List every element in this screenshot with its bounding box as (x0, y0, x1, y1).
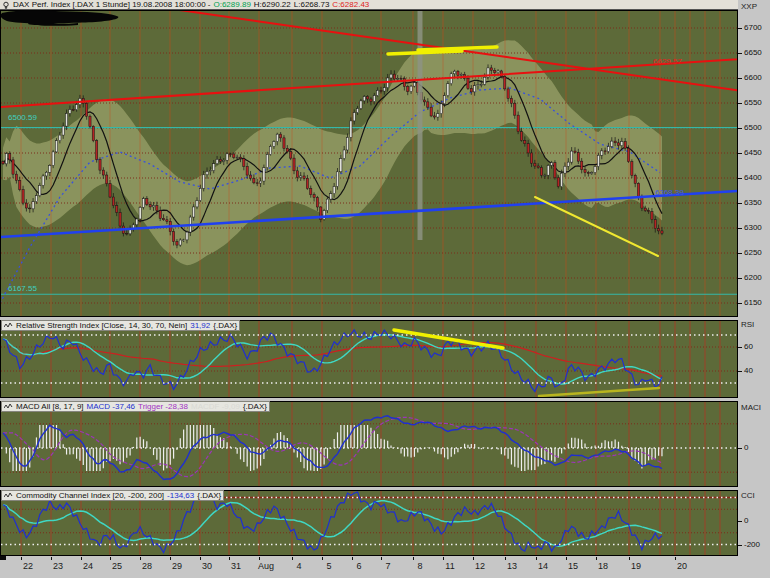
macd-axis-title: MACI (741, 403, 761, 412)
charting-application-window: DAX Perf. Index [.DAX 1 Stunde] 19.08.20… (0, 0, 770, 578)
rsi-tickmark (738, 371, 742, 372)
rsi-header[interactable]: Relative Strength Index [Close, 14, 30, … (1, 320, 240, 331)
window-titlebar: DAX Perf. Index [.DAX 1 Stunde] 19.08.20… (0, 0, 738, 10)
price-tick-label: 6650 (744, 49, 762, 57)
macd-symbol: {.DAX} (243, 402, 267, 411)
time-tickmark (505, 557, 506, 560)
price-axis[interactable]: XXP RSI MACI CCI 67006650660065506500645… (738, 0, 770, 578)
time-tickmark (322, 557, 323, 560)
time-tickmark (443, 557, 444, 560)
indicator-icon (4, 492, 13, 499)
price-tickmark (738, 278, 742, 279)
rsi-tick-label: 40 (744, 367, 753, 375)
time-axis[interactable]: 2223242528293031Aug456781112131415181920 (0, 556, 738, 578)
macd-header[interactable]: MACD All [8, 17, 9] MACD -37,46 Trigger … (1, 401, 270, 412)
cci-header-label: Commodity Channel Index [20, -200, 200] (16, 491, 164, 500)
rsi-tickmark (738, 347, 742, 348)
time-tickmark (413, 557, 414, 560)
time-tick-label: 12 (475, 562, 485, 571)
time-tick-label: Aug (258, 562, 274, 571)
time-tickmark (81, 557, 82, 560)
trendline-red-price-label: 6629.57 (653, 57, 682, 66)
price-tickmark (738, 203, 742, 204)
price-tickmark (738, 28, 742, 29)
price-tickmark (738, 228, 742, 229)
time-tick-label: 19 (631, 562, 641, 571)
macd-value: MACD -37,46 (87, 402, 135, 411)
time-tickmark (259, 557, 260, 560)
price-tickmark (738, 178, 742, 179)
panel-corner (0, 556, 6, 560)
price-tickmark (738, 153, 742, 154)
indicator-icon (4, 403, 13, 410)
price-tickmark (738, 303, 742, 304)
time-tickmark (229, 557, 230, 560)
rsi-tick-label: 60 (744, 343, 753, 351)
macd-trigger-value: Trigger -28,38 (138, 402, 188, 411)
macd-tickmark (738, 448, 742, 449)
price-tick-label: 6450 (744, 149, 762, 157)
price-tickmark (738, 253, 742, 254)
rsi-indicator-plot[interactable] (0, 320, 738, 398)
close-value: C:6282.43 (332, 0, 369, 9)
time-tick-label: 20 (677, 562, 687, 571)
indicator-icon (4, 322, 13, 329)
price-axis-title: XXP (741, 2, 757, 11)
cci-tickmark (738, 521, 742, 522)
time-tick-label: 24 (83, 562, 93, 571)
time-tickmark (596, 557, 597, 560)
time-tick-label: 11 (445, 562, 454, 571)
time-tickmark (170, 557, 171, 560)
price-tick-label: 6200 (744, 274, 762, 282)
price-tick-label: 6250 (744, 249, 762, 257)
time-tickmark (566, 557, 567, 560)
time-tickmark (110, 557, 111, 560)
time-tickmark (352, 557, 353, 560)
macd-tick-label: 0 (744, 444, 748, 452)
time-tickmark (21, 557, 22, 560)
time-tick-label: 14 (538, 562, 548, 571)
time-tick-label: 8 (417, 562, 422, 571)
price-tickmark (738, 128, 742, 129)
cci-tick-label: 0 (744, 517, 748, 525)
rsi-axis-title: RSI (741, 320, 754, 329)
time-tick-label: 23 (53, 562, 63, 571)
macd-indicator-plot[interactable] (0, 401, 738, 487)
cci-tickmark (738, 545, 742, 546)
time-tickmark (675, 557, 676, 560)
time-tickmark (140, 557, 141, 560)
price-tick-label: 6300 (744, 224, 762, 232)
price-tick-label: 6400 (744, 174, 762, 182)
cci-axis-title: CCI (741, 491, 755, 500)
time-tick-label: 29 (172, 562, 182, 571)
price-tick-label: 6700 (744, 24, 762, 32)
time-tick-label: 6 (356, 562, 361, 571)
chart-icon (2, 1, 10, 9)
time-tickmark (473, 557, 474, 560)
rsi-value: 31,92 (190, 321, 210, 330)
time-tick-label: 4 (296, 562, 301, 571)
price-tick-label: 6150 (744, 299, 762, 307)
resistance-price-label: 6500.59 (8, 113, 37, 122)
high-value: H:6290.22 (254, 0, 291, 9)
time-tickmark (200, 557, 201, 560)
time-tickmark (629, 557, 630, 560)
cci-header[interactable]: Commodity Channel Index [20, -200, 200] … (1, 490, 224, 501)
price-tickmark (738, 78, 742, 79)
time-tickmark (536, 557, 537, 560)
main-price-chart-plot[interactable] (0, 10, 738, 317)
macd-header-label: MACD All [8, 17, 9] (16, 402, 84, 411)
cci-symbol: {.DAX} (197, 491, 221, 500)
time-tickmark (51, 557, 52, 560)
low-value: L:6268.73 (294, 0, 330, 9)
macd-hist-value: MACDF -9,09 (191, 402, 240, 411)
time-tick-label: 13 (507, 562, 517, 571)
time-tick-label: 30 (202, 562, 212, 571)
cci-value: -134,63 (167, 491, 194, 500)
price-tickmark (738, 53, 742, 54)
time-tick-label: 22 (23, 562, 33, 571)
rsi-header-label: Relative Strength Index [Close, 14, 30, … (16, 321, 187, 330)
time-tick-label: 18 (598, 562, 608, 571)
time-tickmark (381, 557, 382, 560)
price-tick-label: 6500 (744, 124, 762, 132)
